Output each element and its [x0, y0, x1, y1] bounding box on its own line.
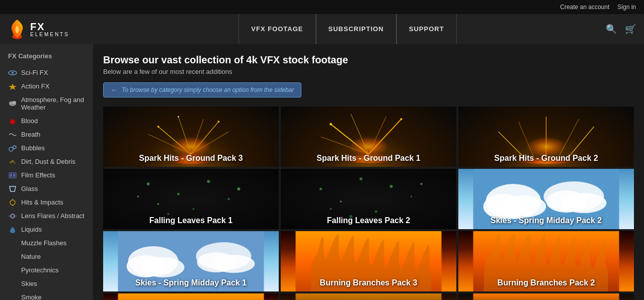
- product-grid: Spark Hits - Ground Pack 3: [103, 107, 634, 300]
- cart-icon[interactable]: 🛒: [625, 24, 636, 35]
- svg-point-62: [421, 183, 423, 185]
- create-account-link[interactable]: Create an account: [560, 4, 609, 11]
- lens-icon: [8, 213, 17, 220]
- svg-line-36: [369, 117, 386, 154]
- svg-point-7: [9, 147, 13, 151]
- svg-point-39: [400, 118, 403, 120]
- debris-visual: [281, 293, 456, 300]
- sidebar-item-muzzle[interactable]: Muzzle Flashes: [0, 236, 93, 250]
- svg-point-71: [561, 193, 607, 213]
- grid-item-leaves1[interactable]: Falling Leaves Pack 1: [103, 169, 279, 229]
- sidebar-label-liquids: Liquids: [21, 226, 42, 233]
- action-icon: [8, 83, 17, 90]
- sidebar-item-bubbles[interactable]: Bubbles: [0, 141, 93, 155]
- sidebar-label-skies: Skies: [21, 280, 37, 287]
- svg-point-50: [227, 198, 230, 201]
- grid-item-label: Falling Leaves Pack 1: [103, 212, 279, 229]
- sidebar-item-lens[interactable]: Lens Flares / Abstract: [0, 209, 93, 223]
- sidebar-item-pyro[interactable]: Pyrotechnics: [0, 263, 93, 277]
- svg-rect-88: [473, 293, 619, 300]
- navbar: FX ELEMENTS VFX FOOTAGE SUBSCRIPTION SUP…: [0, 14, 644, 44]
- sidebar-item-dirt[interactable]: Dirt, Dust & Debris: [0, 155, 93, 168]
- nav-subscription[interactable]: SUBSCRIPTION: [316, 14, 396, 44]
- main-content: Browse our vast collection of 4k VFX sto…: [93, 44, 644, 300]
- sidebar: FX Categories Sci-Fi FX Action FX Atmosp…: [0, 44, 93, 300]
- sidebar-item-blood[interactable]: Blood: [0, 114, 93, 128]
- nav-vfx-footage[interactable]: VFX FOOTAGE: [238, 14, 315, 44]
- sidebar-item-liquids[interactable]: Liquids: [0, 223, 93, 236]
- sidebar-item-action[interactable]: Action FX: [0, 79, 93, 93]
- svg-point-56: [319, 188, 322, 190]
- svg-rect-81: [118, 293, 264, 300]
- grid-item-burning-branches[interactable]: Burning Branches: [103, 293, 279, 300]
- grid-item-spark3[interactable]: Spark Hits - Ground Pack 3: [103, 107, 279, 167]
- sidebar-item-scifi[interactable]: Sci-Fi FX: [0, 66, 93, 79]
- grid-item-label: Skies - Spring Midday Pack 1: [103, 274, 279, 291]
- dirt-icon: [8, 158, 17, 165]
- fire-partial-visual: [103, 293, 279, 300]
- blood-icon: [8, 118, 17, 125]
- film-icon: [8, 172, 17, 179]
- sidebar-label-nature: Nature: [21, 253, 41, 260]
- hits-icon: [8, 199, 17, 206]
- sidebar-label-bubbles: Bubbles: [21, 144, 45, 152]
- nav-icons: 🔍 🛒: [606, 24, 636, 35]
- scifi-icon: [8, 69, 17, 76]
- browse-hint-text: To browse by category simply choose an o…: [122, 86, 294, 93]
- sidebar-item-atmosphere[interactable]: Atmosphere, Fog and Weather: [0, 93, 93, 114]
- atmosphere-icon: [8, 100, 17, 107]
- svg-point-30: [218, 121, 220, 123]
- grid-item-spark2[interactable]: Spark Hits - Ground Pack 2: [458, 107, 634, 167]
- svg-rect-82: [296, 293, 442, 300]
- grid-item-label: Falling Leaves Pack 2: [281, 212, 456, 229]
- sidebar-item-skies[interactable]: Skies: [0, 277, 93, 290]
- smoke-icon: [8, 294, 17, 301]
- sidebar-label-hits: Hits & Impacts: [21, 198, 63, 206]
- grid-item-label: Skies - Spring Midday Pack 2: [458, 212, 634, 229]
- logo[interactable]: FX ELEMENTS: [8, 19, 69, 40]
- grid-item-label: Spark Hits - Ground Pack 3: [103, 149, 279, 167]
- browse-hint-banner[interactable]: ← To browse by category simply choose an…: [103, 82, 301, 97]
- sidebar-label-glass: Glass: [21, 185, 38, 192]
- logo-elements: ELEMENTS: [30, 32, 69, 37]
- svg-line-25: [179, 117, 191, 154]
- grid-item-spark1[interactable]: Spark Hits - Ground Pack 1: [281, 107, 456, 167]
- grid-item-fire2[interactable]: Burning Branches Pack 2: [458, 231, 634, 291]
- sidebar-label-lens: Lens Flares / Abstract: [21, 212, 85, 220]
- grid-item-sky1[interactable]: Skies - Spring Midday Pack 1: [103, 231, 279, 291]
- search-icon[interactable]: 🔍: [606, 24, 617, 35]
- pyro-icon: [8, 267, 17, 274]
- grid-item-fire3[interactable]: Burning Branches Pack 3: [281, 231, 456, 291]
- sidebar-item-breath[interactable]: Breath: [0, 128, 93, 141]
- sidebar-label-muzzle: Muzzle Flashes: [21, 239, 66, 247]
- nature-icon: [8, 253, 17, 260]
- svg-point-59: [390, 185, 393, 188]
- sidebar-item-hits[interactable]: Hits & Impacts: [0, 195, 93, 209]
- sidebar-item-glass[interactable]: Glass: [0, 182, 93, 195]
- skies-icon: [8, 280, 17, 287]
- svg-rect-13: [10, 174, 12, 177]
- grid-item-fire-torches[interactable]: Fire Torches: [458, 293, 634, 300]
- svg-point-31: [178, 116, 179, 118]
- svg-point-49: [207, 180, 210, 183]
- svg-line-26: [191, 119, 204, 154]
- logo-fx: FX: [30, 22, 69, 32]
- sidebar-item-smoke[interactable]: Smoke: [0, 290, 93, 300]
- sidebar-item-film[interactable]: Film Effects: [0, 168, 93, 182]
- grid-item-leaves2[interactable]: Falling Leaves Pack 2: [281, 169, 456, 229]
- grid-item-sky2[interactable]: Skies - Spring Midday Pack 2: [458, 169, 634, 229]
- browse-hint-arrow-icon: ←: [111, 86, 118, 94]
- sidebar-label-pyro: Pyrotechnics: [21, 266, 58, 274]
- grid-item-fire-debris[interactable]: Fire Debris: [281, 293, 456, 300]
- nav-links: VFX FOOTAGE SUBSCRIPTION SUPPORT: [90, 14, 606, 44]
- sign-in-link[interactable]: Sign in: [617, 4, 636, 11]
- nav-support[interactable]: SUPPORT: [396, 14, 457, 44]
- grid-item-label: Spark Hits - Ground Pack 1: [281, 149, 456, 167]
- svg-point-60: [411, 195, 413, 197]
- sidebar-label-smoke: Smoke: [21, 293, 41, 300]
- grid-item-bg: [281, 293, 456, 300]
- grid-item-label: Burning Branches Pack 3: [281, 274, 456, 291]
- svg-point-38: [330, 123, 332, 126]
- sidebar-item-nature[interactable]: Nature: [0, 250, 93, 263]
- sidebar-title: FX Categories: [0, 52, 93, 66]
